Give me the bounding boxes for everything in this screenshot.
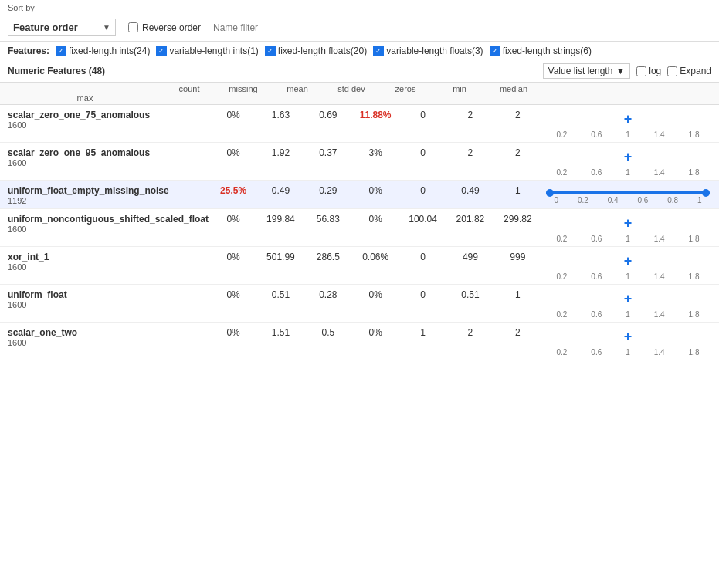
stat-zeros-5: 0%	[352, 289, 399, 300]
stat-min-2: 0	[399, 185, 446, 196]
stat-missing-val-4: 0%	[209, 252, 256, 262]
col-missing: missing	[216, 84, 270, 93]
expand-chart-btn-3[interactable]: +	[544, 214, 711, 233]
slider-handle-left-2[interactable]	[546, 189, 554, 197]
expand-chart-btn-6[interactable]: +	[544, 327, 711, 346]
feature-name-6: scalar_one_two	[8, 327, 162, 338]
stat-mean-3: 199.84	[257, 214, 304, 225]
stat-mean-5: 0.51	[257, 289, 304, 300]
sort-dropdown[interactable]: Feature order ▼	[8, 19, 116, 36]
chart-ticks-4: 0.20.611.41.8	[544, 272, 711, 281]
feature-checkbox-2[interactable]: ✓ fixed-length floats(20)	[265, 46, 367, 56]
stat-stddev-3: 56.83	[304, 214, 351, 225]
feature-label-4: fixed-length strings(6)	[503, 46, 592, 56]
expand-chart-btn-4[interactable]: +	[544, 252, 711, 271]
col-count: count	[162, 84, 216, 93]
log-toggle[interactable]: log	[636, 66, 661, 76]
stat-max-5: 1	[494, 289, 541, 300]
chart-ticks-1: 0.20.611.41.8	[544, 168, 711, 177]
numeric-features-heading: Numeric Features (48)	[8, 66, 255, 76]
reverse-order-container: Reverse order	[128, 22, 201, 33]
feature-count-1: 1600	[8, 158, 162, 167]
feature-label-0: fixed-length ints(24)	[69, 46, 150, 56]
stat-zeros-3: 0%	[352, 214, 399, 225]
stat-mean-4: 501.99	[257, 252, 304, 262]
stat-zeros-1: 3%	[352, 147, 399, 158]
stat-zeros-2: 0%	[352, 185, 399, 196]
stat-median-1: 2	[446, 147, 493, 158]
sort-value: Feature order	[13, 22, 78, 33]
chart-dropdown-label: Value list length	[548, 66, 613, 76]
feature-checkbox-0[interactable]: ✓ fixed-length ints(24)	[56, 46, 150, 56]
stat-mean-1: 1.92	[257, 147, 304, 158]
checkbox-icon-0: ✓	[56, 46, 66, 56]
col-median: median	[487, 84, 541, 93]
reverse-order-label: Reverse order	[142, 22, 201, 33]
expand-toggle[interactable]: Expand	[667, 66, 711, 76]
stat-mean-2: 0.49	[257, 185, 304, 196]
feature-block-0: scalar_zero_one_75_anomalous 1600 0% 1.6…	[0, 105, 719, 143]
stat-max-0: 2	[494, 110, 541, 120]
chart-col-6: + 0.20.611.41.8	[541, 327, 711, 357]
stat-max-6: 2	[494, 327, 541, 338]
stat-missing-val-1: 0%	[209, 147, 256, 158]
reverse-order-checkbox[interactable]	[128, 22, 138, 32]
checkbox-icon-4: ✓	[490, 46, 500, 56]
feature-block-3: uniform_noncontiguous_shifted_scaled_flo…	[0, 209, 719, 247]
log-checkbox[interactable]	[636, 66, 646, 76]
stat-min-1: 0	[399, 147, 446, 158]
stat-stddev-4: 286.5	[304, 252, 351, 262]
col-mean: mean	[270, 84, 324, 93]
name-filter-input[interactable]	[213, 22, 329, 33]
stat-mean-6: 1.51	[257, 327, 304, 338]
chart-col-1: + 0.20.611.41.8	[541, 147, 711, 177]
stat-median-5: 0.51	[446, 289, 493, 300]
checkbox-icon-2: ✓	[265, 46, 276, 56]
top-bar: Feature order ▼ Reverse order	[0, 14, 719, 42]
chart-col-4: + 0.20.611.41.8	[541, 252, 711, 281]
feature-label-2: fixed-length floats(20)	[278, 46, 367, 56]
feature-block-4: xor_int_1 1600 0% 501.99 286.5 0.06% 0 4…	[0, 247, 719, 285]
stat-missing-val-0: 0%	[209, 110, 256, 120]
slider-bar-2[interactable]	[546, 191, 710, 194]
stat-stddev-5: 0.28	[304, 289, 351, 300]
stat-stddev-0: 0.69	[304, 110, 351, 120]
rows-container: scalar_zero_one_75_anomalous 1600 0% 1.6…	[0, 105, 719, 360]
stat-min-6: 1	[399, 327, 446, 338]
stat-median-6: 2	[446, 327, 493, 338]
feature-checkbox-4[interactable]: ✓ fixed-length strings(6)	[490, 46, 592, 56]
expand-chart-btn-5[interactable]: +	[544, 289, 711, 309]
stat-zeros-4: 0.06%	[352, 252, 399, 262]
slider-handle-right-2[interactable]	[702, 189, 710, 197]
feature-name-3: uniform_noncontiguous_shifted_scaled_flo…	[8, 214, 162, 225]
expand-label-text: Expand	[680, 66, 711, 76]
stat-zeros-6: 0%	[352, 327, 399, 338]
feature-checkbox-1[interactable]: ✓ variable-length ints(1)	[156, 46, 258, 56]
expand-chart-btn-0[interactable]: +	[544, 110, 711, 129]
stat-min-4: 0	[399, 252, 446, 262]
col-name	[8, 84, 162, 93]
feature-count-5: 1600	[8, 300, 162, 309]
stat-max-3: 299.82	[494, 214, 541, 225]
feature-count-0: 1600	[8, 120, 162, 130]
feature-block-2: uniform_float_empty_missing_noise 1192 2…	[0, 181, 719, 209]
log-label-text: log	[649, 66, 661, 76]
feature-name-4: xor_int_1	[8, 252, 162, 262]
stat-stddev-2: 0.29	[304, 185, 351, 196]
chart-type-dropdown[interactable]: Value list length ▼	[543, 63, 631, 79]
stat-median-0: 2	[446, 110, 493, 120]
stat-zeros-0: 11.88%	[352, 110, 399, 120]
chart-ticks-2: 00.20.40.60.81	[544, 196, 711, 204]
stat-missing-val-3: 0%	[209, 214, 256, 225]
sort-bar: Sort by	[0, 0, 719, 14]
features-label: Features:	[8, 46, 49, 56]
feature-block-6: scalar_one_two 1600 0% 1.51 0.5 0% 1 2 2…	[0, 323, 719, 360]
stat-max-2: 1	[494, 185, 541, 196]
feature-count-4: 1600	[8, 262, 162, 272]
expand-checkbox[interactable]	[667, 66, 677, 76]
feature-checkbox-3[interactable]: ✓ variable-length floats(3)	[373, 46, 483, 56]
feature-name-1: scalar_zero_one_95_anomalous	[8, 147, 162, 158]
sort-arrow: ▼	[103, 23, 110, 32]
expand-chart-btn-1[interactable]: +	[544, 147, 711, 167]
col-zeros: zeros	[378, 84, 432, 93]
